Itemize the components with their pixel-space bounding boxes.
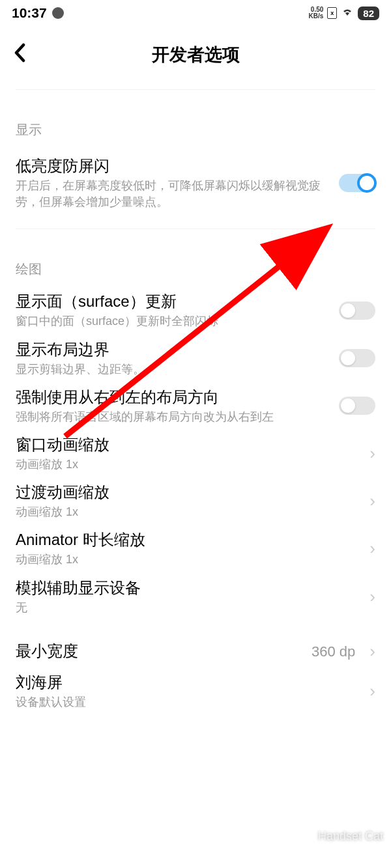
section-label-display: 显示 bbox=[16, 121, 375, 139]
status-left: 10:37 bbox=[12, 5, 64, 21]
back-button[interactable] bbox=[13, 43, 27, 66]
status-bar: 10:37 0.50 KB/s x 82 bbox=[0, 0, 391, 23]
row-window-anim[interactable]: 窗口动画缩放 动画缩放 1x › bbox=[16, 429, 375, 477]
chevron-right-icon: › bbox=[369, 443, 375, 464]
transition-anim-desc: 动画缩放 1x bbox=[16, 504, 359, 520]
section-label-draw: 绘图 bbox=[16, 260, 375, 278]
rtl-desc: 强制将所有语言区域的屏幕布局方向改为从右到左 bbox=[16, 409, 328, 425]
compass-icon bbox=[52, 7, 64, 19]
chevron-right-icon: › bbox=[369, 587, 375, 607]
sim-icon: x bbox=[327, 7, 337, 19]
chevron-right-icon: › bbox=[369, 539, 375, 559]
transition-anim-title: 过渡动画缩放 bbox=[16, 482, 359, 503]
page-title: 开发者选项 bbox=[152, 43, 240, 66]
row-animator[interactable]: Animator 时长缩放 动画缩放 1x › bbox=[16, 524, 375, 572]
battery-level: 82 bbox=[358, 7, 379, 20]
watermark: Handset Cat bbox=[300, 828, 383, 845]
status-right: 0.50 KB/s x 82 bbox=[309, 7, 379, 20]
surface-update-desc: 窗口中的面（surface）更新时全部闪烁 bbox=[16, 313, 328, 329]
anti-flicker-title: 低亮度防屏闪 bbox=[16, 156, 328, 176]
row-transition-anim[interactable]: 过渡动画缩放 动画缩放 1x › bbox=[16, 477, 375, 524]
notch-desc: 设备默认设置 bbox=[16, 694, 359, 710]
row-anti-flicker[interactable]: 低亮度防屏闪 开启后，在屏幕亮度较低时，可降低屏幕闪烁以缓解视觉疲劳，但屏幕会增… bbox=[16, 147, 375, 216]
chevron-right-icon: › bbox=[369, 681, 375, 701]
section-draw: 绘图 显示面（surface）更新 窗口中的面（surface）更新时全部闪烁 … bbox=[0, 260, 391, 714]
row-rtl[interactable]: 强制使用从右到左的布局方向 强制将所有语言区域的屏幕布局方向改为从右到左 bbox=[16, 382, 375, 429]
layout-bounds-title: 显示布局边界 bbox=[16, 339, 328, 360]
wifi-icon bbox=[341, 7, 354, 20]
window-anim-title: 窗口动画缩放 bbox=[16, 434, 359, 455]
surface-update-title: 显示面（surface）更新 bbox=[16, 291, 328, 312]
status-time: 10:37 bbox=[12, 5, 47, 21]
page-header: 开发者选项 bbox=[0, 23, 391, 80]
rtl-toggle[interactable] bbox=[339, 397, 375, 415]
notch-title: 刘海屏 bbox=[16, 672, 359, 693]
min-width-title: 最小宽度 bbox=[16, 641, 301, 662]
handset-icon bbox=[300, 828, 314, 845]
section-display: 显示 低亮度防屏闪 开启后，在屏幕亮度较低时，可降低屏幕闪烁以缓解视觉疲劳，但屏… bbox=[0, 121, 391, 216]
layout-bounds-desc: 显示剪辑边界、边距等。 bbox=[16, 361, 328, 378]
animator-title: Animator 时长缩放 bbox=[16, 529, 359, 550]
secondary-display-title: 模拟辅助显示设备 bbox=[16, 578, 359, 598]
row-layout-bounds[interactable]: 显示布局边界 显示剪辑边界、边距等。 bbox=[16, 334, 375, 382]
chevron-right-icon: › bbox=[369, 641, 375, 662]
row-surface-update[interactable]: 显示面（surface）更新 窗口中的面（surface）更新时全部闪烁 bbox=[16, 286, 375, 333]
secondary-display-desc: 无 bbox=[16, 600, 359, 616]
row-notch[interactable]: 刘海屏 设备默认设置 › bbox=[16, 667, 375, 714]
divider bbox=[16, 229, 375, 229]
anti-flicker-desc: 开启后，在屏幕亮度较低时，可降低屏幕闪烁以缓解视觉疲劳，但屏幕会增加少量噪点。 bbox=[16, 178, 328, 210]
surface-update-toggle[interactable] bbox=[339, 301, 375, 320]
divider bbox=[16, 89, 375, 90]
network-speed: 0.50 KB/s bbox=[309, 7, 324, 20]
min-width-value: 360 dp bbox=[311, 643, 355, 660]
chevron-right-icon: › bbox=[369, 491, 375, 511]
anti-flicker-text: 低亮度防屏闪 开启后，在屏幕亮度较低时，可降低屏幕闪烁以缓解视觉疲劳，但屏幕会增… bbox=[16, 156, 328, 210]
row-min-width[interactable]: 最小宽度 360 dp › bbox=[16, 636, 375, 667]
window-anim-desc: 动画缩放 1x bbox=[16, 456, 359, 473]
animator-desc: 动画缩放 1x bbox=[16, 552, 359, 568]
rtl-title: 强制使用从右到左的布局方向 bbox=[16, 387, 328, 408]
anti-flicker-toggle[interactable] bbox=[339, 174, 375, 192]
layout-bounds-toggle[interactable] bbox=[339, 349, 375, 367]
row-secondary-display[interactable]: 模拟辅助显示设备 无 › bbox=[16, 572, 375, 620]
